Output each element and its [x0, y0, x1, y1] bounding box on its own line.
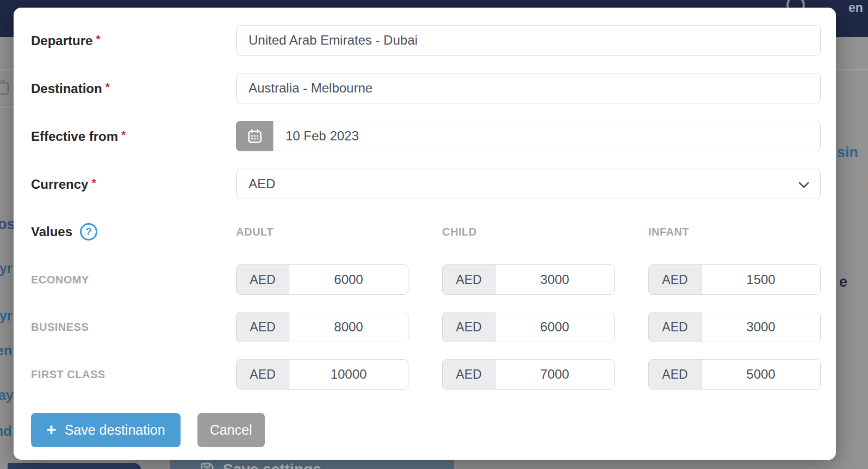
divider [0, 107, 14, 108]
destination-dialog: Departure* Destination* Effective from* [14, 8, 836, 460]
chevron-down-icon [797, 178, 810, 192]
business-row-label: BUSINESS [31, 321, 236, 334]
destination-row: Destination* [31, 73, 821, 103]
column-header-adult: ADULT [236, 226, 408, 238]
effective-from-label-text: Effective from [31, 129, 118, 144]
plus-icon: + [46, 429, 57, 431]
economy-infant-input[interactable] [702, 265, 820, 294]
fare-input-group: AED [442, 312, 615, 342]
background-text-fragment: ayr [0, 308, 13, 324]
currency-prefix: AED [649, 312, 702, 342]
background-navy-bar [8, 463, 141, 469]
background-text-fragment: nd [0, 423, 12, 439]
fare-input-group: AED [648, 359, 821, 390]
required-asterisk: * [121, 128, 126, 141]
currency-prefix: AED [237, 265, 289, 294]
effective-from-input[interactable] [273, 121, 821, 151]
calendar-button[interactable] [236, 121, 273, 151]
divider [836, 179, 868, 180]
fare-input-group: AED [236, 264, 408, 295]
required-asterisk: * [96, 33, 100, 45]
save-destination-button[interactable]: + Save destination [31, 413, 181, 447]
values-header-row: Values ? ADULT CHILD INFANT [31, 223, 821, 240]
required-asterisk: * [106, 81, 110, 93]
divider [836, 69, 868, 70]
values-label: Values ? [31, 223, 236, 240]
background-text-fragment: ay [0, 387, 14, 403]
background-text-fragment: ayr [0, 261, 13, 276]
fare-input-group: AED [442, 359, 615, 390]
currency-prefix: AED [443, 360, 495, 389]
save-settings-label: Save settings [223, 461, 321, 469]
departure-input[interactable] [236, 25, 821, 55]
column-header-infant: INFANT [648, 226, 821, 238]
business-cells: AED AED AED [236, 312, 821, 342]
values-column-headers: ADULT CHILD INFANT [236, 226, 821, 238]
save-settings-button[interactable]: Save settings [170, 459, 454, 469]
effective-from-row: Effective from* [31, 121, 821, 151]
business-infant-input[interactable] [702, 312, 820, 342]
clipboard-icon [0, 79, 10, 98]
dialog-actions: + Save destination Cancel [31, 413, 821, 447]
currency-prefix: AED [237, 312, 289, 342]
calendar-icon [247, 129, 262, 144]
cancel-button[interactable]: Cancel [197, 413, 265, 447]
currency-prefix: AED [443, 265, 495, 294]
first-class-child-input[interactable] [495, 360, 614, 389]
language-selector[interactable]: en [848, 1, 863, 15]
currency-label: Currency* [31, 176, 236, 192]
values-label-text: Values [31, 224, 72, 239]
economy-cells: AED AED AED [236, 264, 821, 295]
save-destination-label: Save destination [65, 422, 165, 438]
economy-adult-input[interactable] [289, 265, 408, 294]
fare-input-group: AED [442, 264, 615, 295]
currency-select[interactable]: AED [236, 169, 821, 199]
departure-label: Departure* [31, 33, 236, 48]
economy-row: ECONOMY AED AED AED [31, 264, 821, 295]
fare-input-group: AED [648, 264, 821, 295]
screen: en os ayr ayr en ay nd sin e Save settin… [0, 0, 868, 469]
divider [0, 69, 14, 70]
required-asterisk: * [91, 176, 96, 189]
destination-label-text: Destination [31, 81, 102, 96]
first-class-adult-input[interactable] [289, 360, 408, 389]
save-icon [200, 462, 214, 469]
business-child-input[interactable] [495, 312, 614, 342]
currency-prefix: AED [649, 360, 702, 389]
business-adult-input[interactable] [289, 312, 408, 342]
economy-row-label: ECONOMY [31, 274, 236, 286]
currency-selected-value: AED [249, 176, 275, 192]
first-class-infant-input[interactable] [702, 360, 820, 389]
departure-row: Departure* [31, 25, 821, 55]
background-text-fragment: os [0, 216, 15, 233]
destination-input[interactable] [236, 73, 821, 103]
currency-prefix: AED [237, 360, 289, 389]
help-icon[interactable]: ? [80, 223, 97, 240]
effective-from-label: Effective from* [31, 128, 236, 144]
currency-row: Currency* AED [31, 169, 821, 199]
fare-input-group: AED [236, 312, 408, 342]
background-text-fragment: sin [837, 144, 858, 161]
first-class-row-label: FIRST CLASS [31, 368, 236, 381]
column-header-child: CHILD [442, 226, 615, 238]
first-class-cells: AED AED AED [236, 359, 821, 390]
background-text-fragment: e [839, 274, 847, 291]
first-class-row: FIRST CLASS AED AED AED [31, 359, 821, 390]
destination-label: Destination* [31, 81, 236, 96]
currency-label-text: Currency [31, 177, 88, 192]
date-field-group [236, 121, 821, 151]
background-text-fragment: en [0, 343, 12, 359]
currency-prefix: AED [443, 312, 495, 342]
business-row: BUSINESS AED AED AED [31, 312, 821, 342]
departure-label-text: Departure [31, 33, 92, 48]
fare-input-group: AED [648, 312, 821, 342]
economy-child-input[interactable] [495, 265, 614, 294]
fare-input-group: AED [236, 359, 408, 390]
currency-prefix: AED [649, 265, 702, 294]
